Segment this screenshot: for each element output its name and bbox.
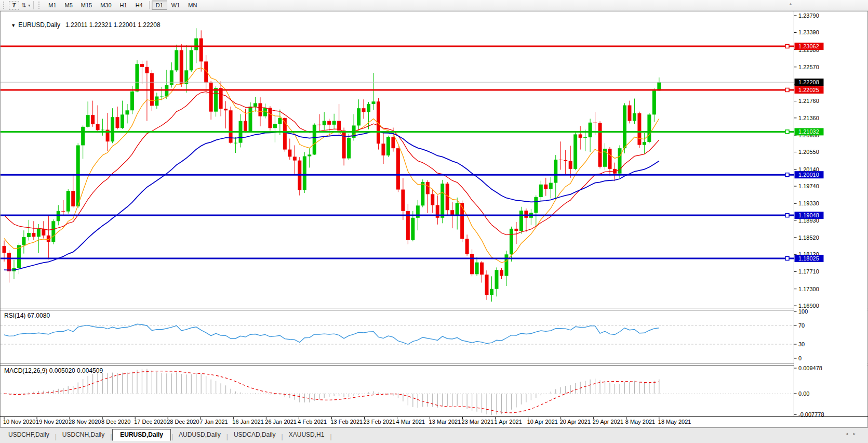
candle-body — [126, 110, 129, 114]
candle-body — [327, 121, 331, 125]
hline-handle[interactable] — [785, 214, 789, 217]
candle-body — [81, 127, 85, 146]
hline-price-badge: 1.18025 — [798, 255, 819, 262]
candle-body — [593, 123, 597, 123]
candle-body — [475, 263, 479, 275]
candle-body — [17, 245, 21, 268]
candle-body — [27, 233, 31, 237]
candle-body — [470, 254, 474, 274]
time-axis-tick-label: 18 May 2021 — [658, 419, 691, 425]
candle-body — [214, 88, 218, 111]
timeframe-button-h1[interactable]: H1 — [116, 1, 131, 10]
symbol-tab-usdcnh[interactable]: USDCNH,Daily — [57, 429, 110, 440]
timeframe-button-d1[interactable]: D1 — [152, 1, 167, 10]
candle-body — [37, 229, 41, 237]
hline-handle[interactable] — [785, 173, 789, 177]
text-tool-button[interactable]: T — [9, 1, 19, 10]
price-chart[interactable]: 1.237901.233901.229801.225701.221601.217… — [0, 11, 868, 427]
candle-body — [539, 185, 543, 197]
cycle-arrows-icon[interactable]: ⇅ — [20, 2, 27, 9]
candle-body — [180, 50, 183, 84]
candle-body — [7, 253, 11, 271]
timeframe-button-h4[interactable]: H4 — [131, 1, 147, 10]
time-axis-tick-label: 8 Dec 2020 — [101, 419, 130, 425]
candle-body — [308, 154, 311, 156]
chart-window[interactable]: 1.237901.233901.229801.225701.221601.217… — [0, 11, 868, 427]
toolbar-grip[interactable] — [3, 2, 6, 9]
candle-body — [209, 83, 213, 112]
hline-handle[interactable] — [785, 130, 789, 134]
time-axis-tick-label: 13 Mar 2021 — [429, 419, 461, 425]
timeframe-button-m15[interactable]: M15 — [77, 1, 96, 10]
candle-body — [91, 115, 95, 124]
hline-handle[interactable] — [785, 88, 789, 92]
candle-body — [194, 38, 198, 50]
candle-body — [342, 131, 346, 158]
time-axis-tick-label: 7 Jan 2021 — [199, 419, 228, 425]
candle-body — [51, 221, 55, 242]
hline-handle[interactable] — [785, 256, 789, 260]
caret-down-icon[interactable]: ▾ — [28, 3, 30, 8]
time-axis-tick-label: 28 Nov 2020 — [69, 419, 101, 425]
tabs-scroll-right-icon[interactable]: ▸ — [853, 431, 861, 436]
candle-body — [367, 104, 370, 112]
tab-separator: | — [329, 433, 332, 440]
rsi-axis-tick-label: 30 — [798, 341, 805, 347]
candle-body — [253, 103, 257, 106]
candle-body — [381, 144, 385, 155]
timeframe-button-m5[interactable]: M5 — [61, 1, 77, 10]
price-axis-tick-label: 1.23790 — [798, 12, 819, 19]
price-axis-tick-label: 1.22570 — [798, 64, 819, 70]
candle-body — [61, 211, 65, 212]
candle-body — [199, 38, 203, 62]
candle-body — [130, 92, 134, 110]
candle-body — [456, 203, 459, 215]
time-axis-tick-label: 29 Apr 2021 — [593, 419, 623, 425]
time-axis-tick-label: 16 Jan 2021 — [232, 419, 264, 425]
timeframe-button-mn[interactable]: MN — [184, 1, 201, 10]
candle-body — [396, 148, 400, 189]
candle-body — [116, 117, 119, 128]
symbol-tab-usdcad[interactable]: USDCAD,Daily — [229, 429, 281, 440]
scroll-up-icon[interactable]: ▲ — [789, 2, 793, 6]
rsi-axis-tick-label: 0 — [798, 355, 802, 361]
time-axis-tick-label: 1 Apr 2021 — [495, 419, 522, 425]
symbol-tab-audusd[interactable]: AUDUSD,Daily — [173, 429, 226, 440]
symbol-tab-usdchf[interactable]: USDCHF,Daily — [3, 429, 55, 440]
candle-body — [224, 109, 228, 110]
candle-body — [76, 145, 80, 206]
toolbar-grip[interactable] — [38, 2, 42, 9]
candle-body — [288, 150, 291, 157]
candle-body — [500, 270, 503, 276]
timeframe-button-m30[interactable]: M30 — [96, 1, 115, 10]
timeframe-button-w1[interactable]: W1 — [167, 1, 184, 10]
tabs-scroll-left-icon[interactable]: ◂ — [846, 431, 853, 436]
timeframe-button-m1[interactable]: M1 — [44, 1, 60, 10]
candle-body — [32, 233, 35, 237]
chart-ohlc-values: 1.22011 1.22321 1.22001 1.22208 — [65, 21, 161, 29]
time-axis-tick-label: 19 Nov 2020 — [36, 419, 68, 425]
price-axis-tick-label: 1.17710 — [798, 268, 819, 275]
candle-body — [647, 114, 651, 142]
time-axis-tick-label: 26 Jan 2021 — [265, 419, 297, 425]
chart-background — [0, 11, 868, 427]
candle-body — [219, 88, 223, 109]
candle-body — [357, 108, 360, 125]
price-axis-tick-label: 1.17300 — [798, 286, 819, 292]
candle-body — [583, 137, 587, 138]
time-axis-tick-label: 4 Mar 2021 — [396, 419, 425, 425]
collapse-triangle-icon[interactable]: ▼ — [11, 23, 16, 28]
candle-body — [549, 183, 553, 189]
symbol-tab-eurusd[interactable]: EURUSD,Daily — [112, 429, 171, 441]
candle-body — [559, 160, 563, 160]
chart-symbol-period: EURUSD,Daily — [18, 21, 60, 29]
time-axis-tick-label: 8 May 2021 — [625, 419, 655, 425]
candle-body — [460, 203, 464, 239]
rsi-axis-tick-label: 100 — [798, 308, 808, 315]
candle-body — [633, 113, 636, 121]
candle-body — [573, 134, 577, 168]
candle-body — [510, 229, 513, 254]
candle-body — [323, 121, 326, 125]
hline-handle[interactable] — [785, 44, 789, 48]
symbol-tab-xauusd[interactable]: XAUUSD,H1 — [284, 429, 330, 440]
